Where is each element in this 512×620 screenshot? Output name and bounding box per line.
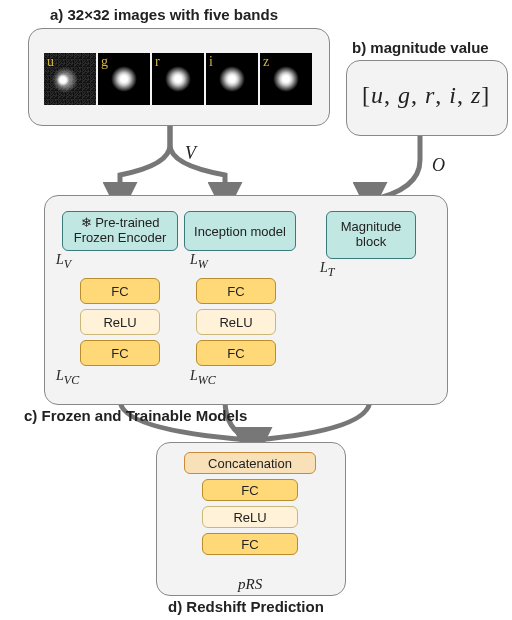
edge-label-o: O [432,155,445,176]
pred-fc1: FC [202,479,298,501]
encoder-block: ❄ Pre-trained Frozen Encoder [62,211,178,251]
enc-fc1: FC [80,278,160,304]
band-row: u g r i z [44,53,312,105]
section-d-title: d) Redshift Prediction [168,598,324,615]
inception-block: Inception model [184,211,296,251]
lv-label: LV [56,252,71,272]
section-a-title: a) 32×32 images with five bands [50,6,278,23]
inc-relu: ReLU [196,309,276,335]
pred-relu: ReLU [202,506,298,528]
band-i: i [206,53,258,105]
concat-block: Concatenation [184,452,316,474]
lvc-label: LVC [56,368,79,388]
band-u-label: u [47,54,54,70]
band-r: r [152,53,204,105]
lwc-label: LWC [190,368,216,388]
magnitude-block: Magnitude block [326,211,416,259]
pred-fc2: FC [202,533,298,555]
band-z: z [260,53,312,105]
band-u: u [44,53,96,105]
enc-relu: ReLU [80,309,160,335]
prs-label: pRS [238,576,262,593]
section-c-title: c) Frozen and Trainable Models [24,407,247,424]
inc-fc2: FC [196,340,276,366]
section-b-title: b) magnitude value [352,39,489,56]
band-i-label: i [209,54,213,70]
lt-label: LT [320,260,334,280]
magnitude-expression: [u, g, r, i, z] [362,82,490,109]
band-z-label: z [263,54,269,70]
edge-label-v: V [185,143,196,164]
enc-fc2: FC [80,340,160,366]
lw-label: LW [190,252,208,272]
band-g: g [98,53,150,105]
inc-fc1: FC [196,278,276,304]
band-r-label: r [155,54,160,70]
band-g-label: g [101,54,108,70]
